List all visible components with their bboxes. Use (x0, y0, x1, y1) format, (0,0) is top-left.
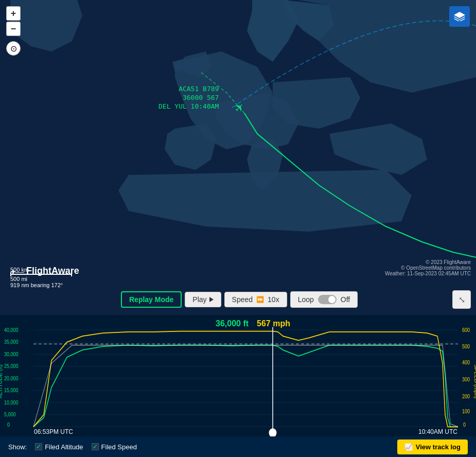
scale-bar: 500 km 500 mi 919 nm bearing 172° (10, 267, 72, 288)
chart-svg: 40,000 35,000 30,000 25,000 20,000 15,00… (0, 315, 476, 457)
svg-text:5,000: 5,000 (4, 412, 16, 418)
zoom-controls: + − (6, 6, 21, 36)
attribution-3: Weather: 11-Sep-2023 02:45AM UTC (385, 271, 471, 276)
view-track-icon: 📈 (404, 443, 413, 451)
svg-text:SPEED (mph): SPEED (mph) (473, 364, 476, 398)
chart-container: 40,000 35,000 30,000 25,000 20,000 15,00… (0, 315, 476, 457)
loop-control[interactable]: Loop Off (290, 291, 358, 308)
svg-rect-2 (0, 315, 476, 457)
flight-callsign: ACA51 B789 (158, 85, 219, 94)
replay-mode-button[interactable]: Replay Mode (121, 291, 182, 308)
compass-button[interactable]: ⊙ (6, 41, 21, 56)
svg-text:35,000: 35,000 (4, 339, 19, 345)
svg-text:200: 200 (462, 393, 470, 399)
attribution-2: © OpenStreetMap contributors (385, 265, 471, 271)
svg-text:100: 100 (462, 409, 470, 415)
chart-speed-value: 567 mph (257, 319, 290, 328)
loop-label: Loop (298, 295, 314, 304)
loop-state: Off (341, 295, 350, 304)
filed-altitude-label: Filed Altitude (45, 443, 83, 451)
bearing-label: 919 nm bearing 172° (10, 282, 72, 288)
speed-label: Speed (232, 295, 253, 304)
map-attribution: © 2023 FlightAware © OpenStreetMap contr… (385, 259, 471, 276)
view-track-log-button[interactable]: 📈 View track log (397, 440, 468, 454)
filed-altitude-checkbox[interactable]: ✓ Filed Altitude (35, 443, 83, 451)
svg-text:15,000: 15,000 (4, 388, 19, 394)
flight-route: DEL YUL 10:40AM (158, 102, 219, 111)
time-end: 10:40AM UTC (418, 428, 457, 435)
svg-point-32 (269, 429, 276, 437)
fullscreen-icon: ⤡ (459, 295, 465, 305)
play-icon (209, 297, 214, 302)
filed-speed-cb-box[interactable]: ✓ (92, 443, 99, 450)
layers-button[interactable] (449, 6, 470, 27)
svg-text:600: 600 (462, 327, 470, 333)
svg-text:400: 400 (462, 360, 470, 366)
filed-altitude-cb-box[interactable]: ✓ (35, 443, 42, 450)
replay-bar: Replay Mode Play Speed ⏩ 10x Loop Off ⤡ (121, 289, 471, 310)
svg-text:ALTITUDE (ft): ALTITUDE (ft) (0, 364, 3, 398)
filed-speed-check-icon: ✓ (93, 443, 98, 450)
show-label: Show: (8, 443, 27, 451)
svg-text:10,000: 10,000 (4, 399, 19, 406)
flight-alt-speed: 36000 567 (158, 94, 219, 102)
svg-text:25,000: 25,000 (4, 363, 19, 370)
svg-text:500: 500 (462, 343, 470, 349)
svg-text:30,000: 30,000 (4, 351, 19, 357)
filed-altitude-check-icon: ✓ (36, 443, 41, 450)
svg-text:300: 300 (462, 377, 470, 383)
play-label: Play (192, 295, 206, 304)
speed-control[interactable]: Speed ⏩ 10x (224, 292, 287, 307)
filed-speed-label: Filed Speed (101, 443, 137, 451)
zoom-out-button[interactable]: − (6, 22, 21, 36)
svg-text:0: 0 (7, 422, 10, 428)
filed-speed-checkbox[interactable]: ✓ Filed Speed (92, 443, 137, 451)
map-container: ✈ + − ⊙ ACA51 B789 36000 567 DEL YUL 10:… (0, 0, 476, 315)
view-track-label: View track log (416, 443, 461, 451)
svg-text:0: 0 (463, 422, 466, 428)
flight-info-label: ACA51 B789 36000 567 DEL YUL 10:40AM (158, 85, 219, 111)
chart-top-labels: 36,000 ft 567 mph (216, 319, 290, 328)
zoom-in-button[interactable]: + (6, 6, 21, 21)
svg-text:40,000: 40,000 (4, 327, 19, 333)
svg-text:20,000: 20,000 (4, 375, 19, 381)
attribution-1: © 2023 FlightAware (385, 259, 471, 265)
chart-bottom: Show: ✓ Filed Altitude ✓ Filed Speed 📈 V… (0, 436, 476, 457)
time-start: 06:53PM UTC (34, 428, 73, 435)
scale-mi: 500 mi (10, 276, 72, 282)
scale-km: 500 km (10, 267, 72, 273)
layers-icon (454, 12, 465, 21)
play-button[interactable]: Play (185, 292, 221, 307)
fullscreen-button[interactable]: ⤡ (452, 290, 471, 309)
chart-altitude-value: 36,000 ft (216, 319, 249, 328)
speed-value: 10x (268, 295, 279, 304)
loop-toggle[interactable] (318, 295, 337, 304)
